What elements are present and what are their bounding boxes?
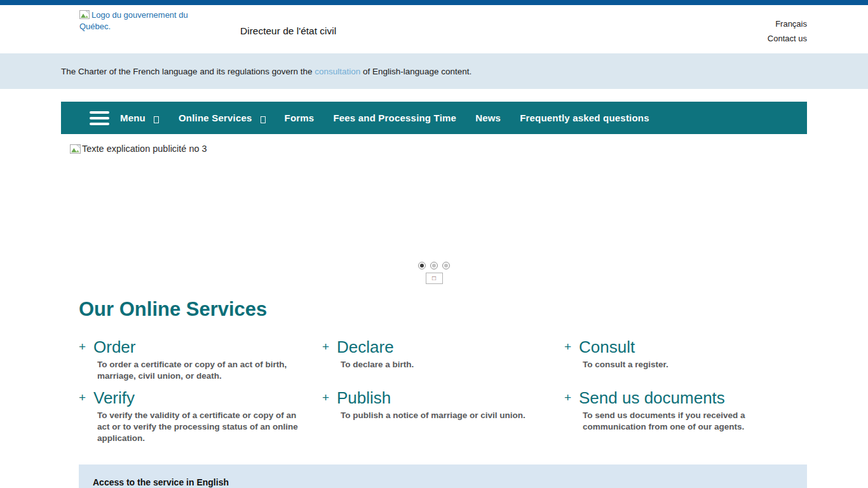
- carousel-pause-button[interactable]: □: [426, 273, 443, 284]
- service-description: To send us documents if you received a c…: [579, 410, 791, 433]
- plus-icon: +: [79, 388, 93, 405]
- online-services-section: Our Online Services + Order To order a c…: [79, 298, 807, 444]
- carousel-dot-3[interactable]: [442, 262, 450, 269]
- nav-item-faq[interactable]: Frequently asked questions: [520, 112, 649, 123]
- government-top-bar: [0, 0, 868, 5]
- service-description: To publish a notice of marriage or civil…: [337, 410, 526, 421]
- service-item-publish: + Publish To publish a notice of marriag…: [322, 388, 564, 444]
- main-navigation: Menu Online Services Forms Fees and Proc…: [61, 102, 807, 134]
- site-title: Directeur de l'état civil: [240, 25, 336, 37]
- site-header: Logo du gouvernement du Québec. Directeu…: [0, 5, 868, 53]
- service-link-send-documents[interactable]: Send us documents: [579, 388, 791, 408]
- plus-icon: +: [79, 337, 93, 354]
- plus-icon: +: [322, 337, 337, 354]
- service-item-consult: + Consult To consult a register.: [564, 337, 807, 382]
- services-grid: + Order To order a certificate or copy o…: [79, 337, 807, 444]
- consultation-link[interactable]: consultation: [315, 67, 360, 76]
- banner-broken-image: Texte explication publicité no 3: [70, 144, 207, 154]
- plus-icon: +: [322, 388, 337, 405]
- service-link-verify[interactable]: Verify: [93, 388, 306, 408]
- service-item-declare: + Declare To declare a birth.: [322, 337, 564, 382]
- service-description: To verify the validity of a certificate …: [93, 410, 306, 444]
- header-links: Français Contact us: [768, 17, 807, 46]
- promo-banner-area: Texte explication publicité no 3 □: [0, 134, 868, 294]
- service-description: To declare a birth.: [337, 359, 414, 370]
- plus-icon: +: [564, 337, 579, 354]
- caret-glyph-box: [154, 116, 159, 123]
- carousel-dots: [418, 262, 450, 269]
- nav-item-fees[interactable]: Fees and Processing Time: [333, 112, 456, 123]
- service-item-order: + Order To order a certificate or copy o…: [79, 337, 322, 382]
- service-link-declare[interactable]: Declare: [337, 337, 414, 357]
- carousel-controls: □: [418, 262, 450, 284]
- service-description: To consult a register.: [579, 359, 668, 370]
- language-toggle-link[interactable]: Français: [768, 17, 807, 32]
- nav-item-online-services[interactable]: Online Services: [179, 112, 266, 123]
- logo-alt-text: Logo du gouvernement du Québec.: [79, 10, 188, 31]
- service-item-verify: + Verify To verify the validity of a cer…: [79, 388, 322, 444]
- carousel-dot-2[interactable]: [430, 262, 438, 269]
- service-link-publish[interactable]: Publish: [337, 388, 526, 408]
- nav-item-forms[interactable]: Forms: [285, 112, 315, 123]
- service-link-order[interactable]: Order: [93, 337, 306, 357]
- carousel-dot-1[interactable]: [418, 262, 426, 269]
- nav-item-news[interactable]: News: [475, 112, 501, 123]
- plus-icon: +: [564, 388, 579, 405]
- broken-image-icon: [70, 144, 81, 154]
- contact-us-link[interactable]: Contact us: [768, 32, 807, 46]
- access-service-text: Access to the service in English: [93, 477, 229, 487]
- service-description: To order a certificate or copy of an act…: [93, 359, 306, 382]
- french-charter-notice: The Charter of the French language and i…: [0, 53, 868, 89]
- charter-text-before: The Charter of the French language and i…: [61, 67, 315, 76]
- broken-image-icon: [79, 10, 90, 19]
- section-heading: Our Online Services: [79, 298, 807, 321]
- service-item-send-documents: + Send us documents To send us documents…: [564, 388, 807, 444]
- government-logo-link[interactable]: Logo du gouvernement du Québec.: [79, 10, 191, 32]
- nav-item-menu[interactable]: Menu: [120, 112, 159, 123]
- service-link-consult[interactable]: Consult: [579, 337, 668, 357]
- hamburger-menu-icon[interactable]: [90, 111, 109, 125]
- caret-glyph-box: [261, 116, 266, 123]
- charter-text-after: of English-language content.: [360, 67, 471, 76]
- banner-alt-text: Texte explication publicité no 3: [82, 144, 207, 154]
- english-service-access-box: Access to the service in English: [79, 464, 807, 488]
